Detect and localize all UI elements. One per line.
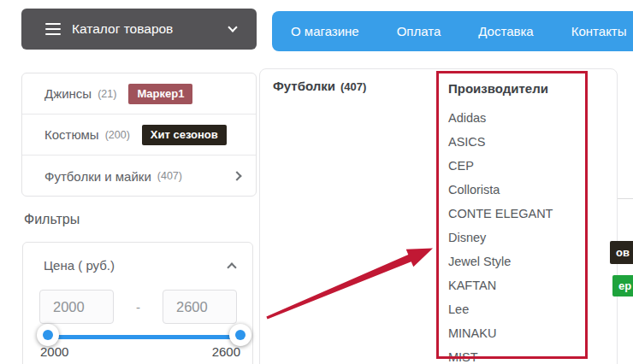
top-navigation: О магазине Оплата Доставка Контакты [272,11,633,51]
cutoff-green-badge: ер [612,275,633,296]
manufacturer-item-mist[interactable]: MIST [448,345,583,364]
nav-link-delivery[interactable]: Доставка [478,24,533,38]
season-hit-badge: Хит сезонов [142,125,227,145]
category-row-tshirts[interactable]: Футболки и майки (407) [22,156,256,197]
category-list: Джинсы (21) Маркер1 Костюмы (200) Хит се… [21,73,257,197]
manufacturer-item-lee[interactable]: Lee [448,297,583,321]
price-slider-handle-max[interactable] [229,324,251,346]
price-filter-label: Цена ( руб.) [44,258,115,273]
category-count: (21) [98,88,116,100]
manufacturer-item-conte-elegant[interactable]: CONTE ELEGANT [448,202,583,226]
manufacturer-item-disney[interactable]: Disney [448,226,583,250]
manufacturer-item-asics[interactable]: ASICS [448,130,583,154]
category-count: (407) [157,170,182,182]
manufacturer-item-cep[interactable]: CEP [448,154,583,178]
manufacturer-item-jewel-style[interactable]: Jewel Style [448,250,583,273]
price-range-separator: - [114,300,163,314]
manufacturer-item-kaftan[interactable]: KAFTAN [448,273,583,297]
catalog-button-label: Каталог товаров [72,21,173,37]
manufacturers-filter: Производители Adidas ASICS CEP Collorist… [448,81,583,364]
slider-min-label: 2000 [40,344,68,359]
filters-heading: Фильтры [24,212,80,227]
products-heading: Футболки(407) [273,79,366,93]
price-filter-panel: Цена ( руб.) - 2000 2600 [22,242,253,364]
price-max-input[interactable] [163,290,237,324]
catalog-page: Каталог товаров О магазине Оплата Достав… [0,0,633,364]
manufacturer-item-adidas[interactable]: Adidas [448,106,583,130]
hamburger-icon [45,23,61,36]
marker-badge: Маркер1 [128,84,192,104]
right-section-divider [618,198,633,199]
nav-link-payment[interactable]: Оплата [397,24,441,38]
price-min-input[interactable] [39,290,114,324]
nav-link-contacts[interactable]: Контакты [571,24,627,38]
manufacturers-title: Производители [448,81,583,96]
slider-max-label: 2600 [212,344,240,359]
catalog-dropdown-button[interactable]: Каталог товаров [21,9,257,50]
category-row-jeans[interactable]: Джинсы (21) Маркер1 [22,73,256,114]
category-row-suits[interactable]: Костюмы (200) Хит сезонов [22,114,256,156]
category-name: Джинсы [44,86,92,101]
nav-link-about[interactable]: О магазине [291,24,359,38]
price-slider-handle-min[interactable] [37,324,59,346]
category-count: (200) [105,129,130,141]
collapse-chevron-up-icon[interactable] [227,262,236,272]
price-slider-track[interactable] [48,335,240,339]
category-name: Футболки и майки [44,169,151,184]
products-heading-count: (407) [340,80,366,93]
cutoff-dark-badge: ов [610,241,633,264]
category-name: Костюмы [44,127,99,142]
chevron-down-icon [228,22,237,32]
manufacturer-item-collorista[interactable]: Collorista [448,178,583,202]
manufacturer-item-minaku[interactable]: MINAKU [448,321,583,345]
products-heading-text: Футболки [273,79,335,93]
chevron-right-icon [232,171,241,180]
